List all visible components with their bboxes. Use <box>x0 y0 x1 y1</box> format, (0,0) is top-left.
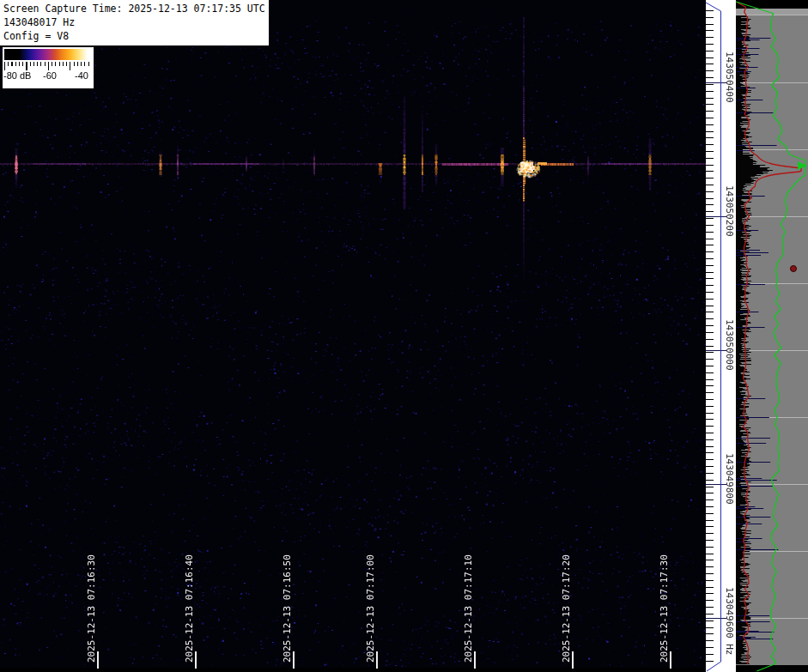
waterfall-display <box>0 0 808 672</box>
color-gradient-bar <box>4 49 91 60</box>
db-label-mid: -60 <box>43 70 57 81</box>
config-text: Config = V8 <box>3 29 269 43</box>
db-label-min: -80 dB <box>3 70 31 81</box>
time-label: 2025-12-13 07:17:00 <box>365 554 376 663</box>
frequency-label: 143049600 Hz <box>724 587 735 655</box>
spectrum-lab-window: Screen Capture Time: 2025-12-13 07:17:35… <box>0 0 808 672</box>
capture-time-text: Screen Capture Time: 2025-12-13 07:17:35… <box>3 2 269 15</box>
db-label-max: -40 <box>75 70 88 81</box>
frequency-label: 143050400 <box>724 51 735 103</box>
frequency-text: 143048017 Hz <box>3 15 269 29</box>
frequency-label: 143049800 <box>724 453 735 505</box>
time-label: 2025-12-13 07:16:50 <box>282 554 293 663</box>
color-scale-major-ticks <box>4 62 92 70</box>
frequency-label: 143050200 <box>724 185 735 237</box>
frequency-label: 143050000 <box>724 319 735 371</box>
time-label: 2025-12-13 07:17:20 <box>561 554 572 663</box>
time-label: 2025-12-13 07:16:30 <box>86 554 97 663</box>
capture-info-box: Screen Capture Time: 2025-12-13 07:17:35… <box>0 0 269 45</box>
time-label: 2025-12-13 07:17:30 <box>659 554 670 663</box>
color-scale-legend: -80 dB -60 -40 <box>3 47 94 88</box>
time-label: 2025-12-13 07:16:40 <box>184 554 195 663</box>
time-label: 2025-12-13 07:17:10 <box>463 554 474 663</box>
